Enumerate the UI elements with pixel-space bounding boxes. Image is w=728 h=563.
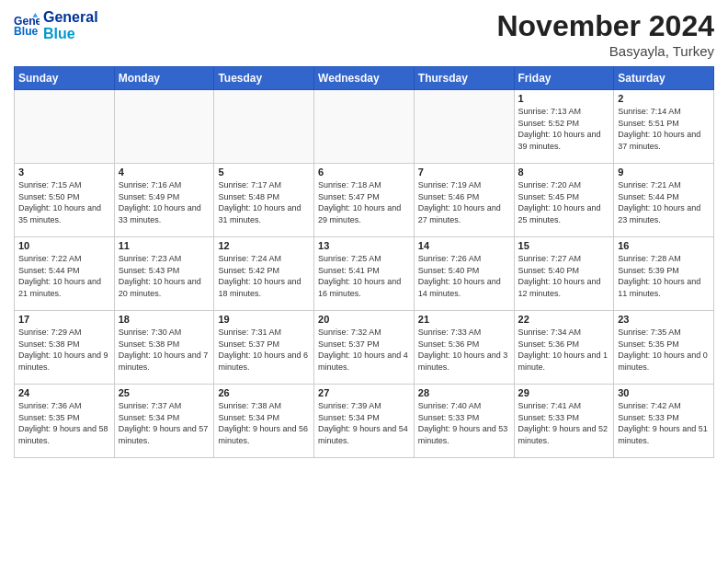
logo-text: General Blue <box>43 9 98 41</box>
day-info: Sunrise: 7:20 AMSunset: 5:45 PMDaylight:… <box>518 179 610 225</box>
day-info: Sunrise: 7:30 AMSunset: 5:38 PMDaylight:… <box>119 327 210 373</box>
day-number: 6 <box>318 167 410 178</box>
day-number: 19 <box>218 314 310 325</box>
col-thursday: Thursday <box>414 67 514 90</box>
calendar-day: 23Sunrise: 7:35 AMSunset: 5:35 PMDayligh… <box>614 311 714 385</box>
day-info: Sunrise: 7:27 AMSunset: 5:40 PMDaylight:… <box>518 253 610 299</box>
day-number: 2 <box>618 93 710 104</box>
day-info: Sunrise: 7:16 AMSunset: 5:49 PMDaylight:… <box>119 179 210 225</box>
calendar-day: 8Sunrise: 7:20 AMSunset: 5:45 PMDaylight… <box>514 164 614 237</box>
day-info: Sunrise: 7:39 AMSunset: 5:34 PMDaylight:… <box>318 400 410 446</box>
day-number: 8 <box>518 167 610 178</box>
col-wednesday: Wednesday <box>314 67 415 90</box>
calendar-day: 26Sunrise: 7:38 AMSunset: 5:34 PMDayligh… <box>214 385 314 458</box>
day-info: Sunrise: 7:19 AMSunset: 5:46 PMDaylight:… <box>418 179 510 225</box>
calendar-day: 12Sunrise: 7:24 AMSunset: 5:42 PMDayligh… <box>214 237 314 311</box>
page-container: General Blue General Blue November 2024 … <box>0 0 728 467</box>
location: Basyayla, Turkey <box>496 43 714 59</box>
header: General Blue General Blue November 2024 … <box>14 9 714 59</box>
day-number: 12 <box>218 240 310 251</box>
day-info: Sunrise: 7:24 AMSunset: 5:42 PMDaylight:… <box>218 253 310 299</box>
day-info: Sunrise: 7:37 AMSunset: 5:34 PMDaylight:… <box>119 400 210 446</box>
day-info: Sunrise: 7:40 AMSunset: 5:33 PMDaylight:… <box>418 400 510 446</box>
calendar-day: 11Sunrise: 7:23 AMSunset: 5:43 PMDayligh… <box>114 237 214 311</box>
calendar-day: 14Sunrise: 7:26 AMSunset: 5:40 PMDayligh… <box>414 237 514 311</box>
day-number: 26 <box>218 387 310 398</box>
calendar-day: 2Sunrise: 7:14 AMSunset: 5:51 PMDaylight… <box>614 90 714 164</box>
calendar-day: 9Sunrise: 7:21 AMSunset: 5:44 PMDaylight… <box>614 164 714 237</box>
day-info: Sunrise: 7:36 AMSunset: 5:35 PMDaylight:… <box>18 400 110 446</box>
day-info: Sunrise: 7:29 AMSunset: 5:38 PMDaylight:… <box>18 327 110 373</box>
day-number: 24 <box>18 387 110 398</box>
calendar-day: 28Sunrise: 7:40 AMSunset: 5:33 PMDayligh… <box>414 385 514 458</box>
day-info: Sunrise: 7:42 AMSunset: 5:33 PMDaylight:… <box>618 400 710 446</box>
month-title: November 2024 <box>496 9 714 43</box>
day-info: Sunrise: 7:13 AMSunset: 5:52 PMDaylight:… <box>518 106 610 152</box>
calendar-day: 6Sunrise: 7:18 AMSunset: 5:47 PMDaylight… <box>314 164 415 237</box>
day-info: Sunrise: 7:35 AMSunset: 5:35 PMDaylight:… <box>618 327 710 373</box>
calendar-week-5: 24Sunrise: 7:36 AMSunset: 5:35 PMDayligh… <box>15 385 714 458</box>
day-number: 30 <box>618 387 710 398</box>
day-number: 28 <box>418 387 510 398</box>
day-number: 3 <box>18 167 110 178</box>
title-block: November 2024 Basyayla, Turkey <box>496 9 714 59</box>
day-number: 7 <box>418 167 510 178</box>
day-number: 5 <box>218 167 310 178</box>
calendar-day: 22Sunrise: 7:34 AMSunset: 5:36 PMDayligh… <box>514 311 614 385</box>
calendar-day <box>15 90 115 164</box>
calendar-header-row: Sunday Monday Tuesday Wednesday Thursday… <box>15 67 714 90</box>
day-info: Sunrise: 7:32 AMSunset: 5:37 PMDaylight:… <box>318 327 410 373</box>
day-info: Sunrise: 7:38 AMSunset: 5:34 PMDaylight:… <box>218 400 310 446</box>
day-info: Sunrise: 7:21 AMSunset: 5:44 PMDaylight:… <box>618 179 710 225</box>
day-number: 20 <box>318 314 410 325</box>
day-number: 11 <box>119 240 210 251</box>
col-monday: Monday <box>114 67 214 90</box>
calendar-week-3: 10Sunrise: 7:22 AMSunset: 5:44 PMDayligh… <box>15 237 714 311</box>
calendar-day: 18Sunrise: 7:30 AMSunset: 5:38 PMDayligh… <box>114 311 214 385</box>
calendar-day: 3Sunrise: 7:15 AMSunset: 5:50 PMDaylight… <box>15 164 115 237</box>
day-number: 22 <box>518 314 610 325</box>
calendar-day: 10Sunrise: 7:22 AMSunset: 5:44 PMDayligh… <box>15 237 115 311</box>
calendar-day: 19Sunrise: 7:31 AMSunset: 5:37 PMDayligh… <box>214 311 314 385</box>
svg-text:Blue: Blue <box>14 25 39 38</box>
day-number: 16 <box>618 240 710 251</box>
calendar-day: 4Sunrise: 7:16 AMSunset: 5:49 PMDaylight… <box>114 164 214 237</box>
day-info: Sunrise: 7:23 AMSunset: 5:43 PMDaylight:… <box>119 253 210 299</box>
calendar-day: 27Sunrise: 7:39 AMSunset: 5:34 PMDayligh… <box>314 385 415 458</box>
day-number: 15 <box>518 240 610 251</box>
day-number: 27 <box>318 387 410 398</box>
calendar-day: 15Sunrise: 7:27 AMSunset: 5:40 PMDayligh… <box>514 237 614 311</box>
col-saturday: Saturday <box>614 67 714 90</box>
calendar-day: 7Sunrise: 7:19 AMSunset: 5:46 PMDaylight… <box>414 164 514 237</box>
calendar-day: 24Sunrise: 7:36 AMSunset: 5:35 PMDayligh… <box>15 385 115 458</box>
day-number: 29 <box>518 387 610 398</box>
col-tuesday: Tuesday <box>214 67 314 90</box>
col-sunday: Sunday <box>15 67 115 90</box>
calendar-day <box>114 90 214 164</box>
day-info: Sunrise: 7:34 AMSunset: 5:36 PMDaylight:… <box>518 327 610 373</box>
calendar-day: 5Sunrise: 7:17 AMSunset: 5:48 PMDaylight… <box>214 164 314 237</box>
calendar-week-1: 1Sunrise: 7:13 AMSunset: 5:52 PMDaylight… <box>15 90 714 164</box>
calendar-day: 1Sunrise: 7:13 AMSunset: 5:52 PMDaylight… <box>514 90 614 164</box>
calendar-day <box>314 90 415 164</box>
day-info: Sunrise: 7:15 AMSunset: 5:50 PMDaylight:… <box>18 179 110 225</box>
calendar-day: 20Sunrise: 7:32 AMSunset: 5:37 PMDayligh… <box>314 311 415 385</box>
calendar-day <box>414 90 514 164</box>
day-number: 14 <box>418 240 510 251</box>
calendar-day: 29Sunrise: 7:41 AMSunset: 5:33 PMDayligh… <box>514 385 614 458</box>
col-friday: Friday <box>514 67 614 90</box>
day-info: Sunrise: 7:26 AMSunset: 5:40 PMDaylight:… <box>418 253 510 299</box>
day-number: 9 <box>618 167 710 178</box>
calendar-day <box>214 90 314 164</box>
day-number: 4 <box>119 167 210 178</box>
day-info: Sunrise: 7:25 AMSunset: 5:41 PMDaylight:… <box>318 253 410 299</box>
logo: General Blue General Blue <box>14 9 98 41</box>
calendar-day: 16Sunrise: 7:28 AMSunset: 5:39 PMDayligh… <box>614 237 714 311</box>
day-number: 17 <box>18 314 110 325</box>
calendar-body: 1Sunrise: 7:13 AMSunset: 5:52 PMDaylight… <box>15 90 714 458</box>
calendar-day: 30Sunrise: 7:42 AMSunset: 5:33 PMDayligh… <box>614 385 714 458</box>
day-info: Sunrise: 7:28 AMSunset: 5:39 PMDaylight:… <box>618 253 710 299</box>
day-info: Sunrise: 7:18 AMSunset: 5:47 PMDaylight:… <box>318 179 410 225</box>
calendar-day: 21Sunrise: 7:33 AMSunset: 5:36 PMDayligh… <box>414 311 514 385</box>
day-number: 13 <box>318 240 410 251</box>
